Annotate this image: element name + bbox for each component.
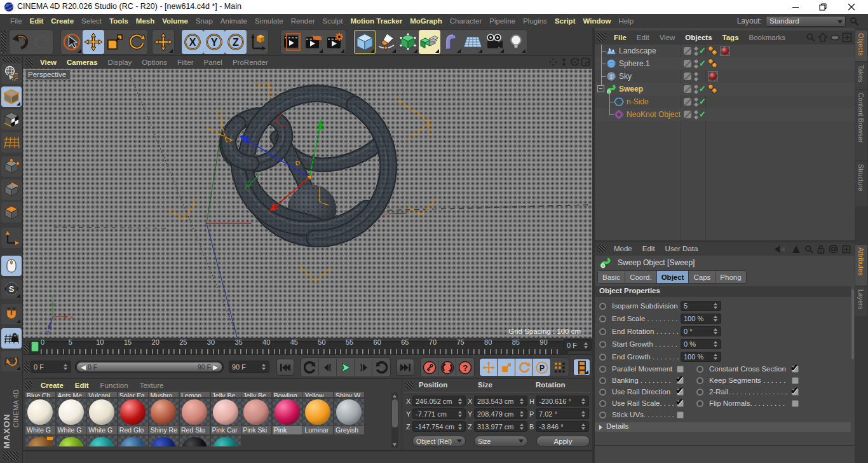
material-preview[interactable] <box>241 399 271 425</box>
layer-toggle[interactable] <box>684 85 691 93</box>
om-menu-item[interactable]: Bookmarks <box>744 34 791 41</box>
material-preview[interactable] <box>25 399 55 425</box>
menu-item[interactable]: Select <box>78 14 105 28</box>
palette-grip[interactable] <box>3 57 19 62</box>
search-commands-icon[interactable] <box>850 17 859 26</box>
material-grip[interactable] <box>25 381 32 389</box>
checkbox[interactable] <box>677 377 684 384</box>
toolbar-grip[interactable] <box>1 31 6 53</box>
pan-view-icon[interactable] <box>548 57 558 67</box>
material-preview[interactable] <box>180 399 210 425</box>
last-used-tool[interactable] <box>153 30 174 54</box>
checkbox[interactable] <box>792 400 799 407</box>
object-row-nside[interactable]: n-Side ✓ <box>595 95 855 108</box>
material-name[interactable]: Greyish <box>334 426 364 434</box>
keying-settings-button[interactable] <box>551 359 569 376</box>
move-tool[interactable] <box>83 30 104 54</box>
add-cube-button[interactable] <box>354 30 376 54</box>
zoom-view-icon[interactable] <box>559 57 569 67</box>
checkbox[interactable] <box>792 377 799 384</box>
rotation-b-field[interactable]: -3.846 ° <box>536 421 589 432</box>
keyframe-dot[interactable] <box>696 389 703 396</box>
restore-button[interactable] <box>813 0 832 14</box>
menu-item[interactable]: Create <box>47 14 78 28</box>
material-name[interactable]: White G <box>87 426 117 434</box>
material-tile[interactable]: Red Slu <box>180 399 210 434</box>
scroll-down-icon[interactable] <box>393 443 397 446</box>
render-view-button[interactable] <box>281 30 302 54</box>
texture-mode-button[interactable] <box>1 109 22 130</box>
menu-item[interactable]: Help <box>614 14 637 28</box>
keyframe-dot[interactable] <box>599 303 606 310</box>
menu-item[interactable]: Animate <box>217 14 251 28</box>
render-visibility-dot[interactable] <box>694 115 698 120</box>
editor-visibility-dot[interactable] <box>694 85 698 89</box>
material-label[interactable]: Blue Ch <box>25 392 55 397</box>
menu-item[interactable]: Volume <box>158 14 192 28</box>
enabled-check[interactable]: ✓ <box>699 59 706 68</box>
material-scrollbar[interactable] <box>391 392 398 448</box>
viewport-menu-item[interactable]: Panel <box>199 59 227 66</box>
position-x-field[interactable]: 246.052 cm <box>412 396 466 406</box>
material-name[interactable]: Red Glo <box>118 426 148 434</box>
tab-content-browser[interactable]: Content Browser <box>855 90 867 160</box>
rotate-tool[interactable] <box>126 30 147 54</box>
editor-visibility-dot[interactable] <box>694 59 698 64</box>
viewport-view-label[interactable]: Perspective <box>26 70 70 79</box>
menu-item[interactable]: Script <box>551 14 580 28</box>
coords-mode-dropdown[interactable]: Object (Rel) <box>412 436 466 446</box>
start-frame-field[interactable]: 0 F <box>31 361 71 373</box>
material-label[interactable]: Jelly Be <box>241 392 271 397</box>
material-tile[interactable]: Shiny Re <box>149 399 179 434</box>
material-tile[interactable]: White G <box>57 399 86 434</box>
am-grip[interactable] <box>597 245 606 253</box>
material-label[interactable]: Lemon <box>180 392 210 397</box>
minimize-button[interactable] <box>786 0 805 14</box>
details-group[interactable]: Details <box>595 422 851 432</box>
material-label[interactable]: Ants Me <box>57 392 86 397</box>
keyframe-dot[interactable] <box>696 400 703 407</box>
material-name[interactable]: Red Slu <box>180 426 210 434</box>
menu-item[interactable]: File <box>6 14 26 28</box>
editor-visibility-dot[interactable] <box>694 46 698 51</box>
make-editable-button[interactable] <box>1 64 22 84</box>
size-x-field[interactable]: 283.543 cm <box>474 396 527 406</box>
size-z-field[interactable]: 313.977 cm <box>474 421 527 432</box>
frame-spinner-field[interactable]: 0 F <box>564 339 592 351</box>
coords-grip[interactable] <box>405 382 413 389</box>
material-tile[interactable]: Luminar <box>303 399 333 434</box>
material-scroll-thumb[interactable] <box>392 399 398 427</box>
goto-end-button[interactable] <box>397 359 414 376</box>
material-preview[interactable] <box>303 399 333 425</box>
am-search-icon[interactable] <box>804 245 813 254</box>
render-visibility-dot[interactable] <box>694 52 698 56</box>
close-button[interactable] <box>842 0 861 14</box>
scroll-up-icon[interactable] <box>393 394 397 397</box>
autokeying-button[interactable] <box>438 359 456 376</box>
redo-button[interactable] <box>31 30 53 54</box>
model-mode-button[interactable] <box>1 86 22 107</box>
keyframe-dot[interactable] <box>599 389 606 396</box>
material-preview[interactable] <box>25 436 55 446</box>
add-spline-pen-button[interactable] <box>376 30 397 54</box>
checkbox[interactable] <box>792 366 799 373</box>
coordinate-system-button[interactable] <box>247 30 268 54</box>
enabled-check[interactable]: ✓ <box>699 97 706 106</box>
keyframe-selection-button[interactable]: ? <box>456 359 474 376</box>
phong-tag[interactable] <box>712 88 717 93</box>
material-tile[interactable]: Pink Ski <box>241 399 271 434</box>
material-preview[interactable] <box>180 436 210 446</box>
goto-start-button[interactable] <box>276 359 294 376</box>
material-label[interactable]: Yellow <box>303 392 333 397</box>
object-name-neoknot[interactable]: NeoKnot Object <box>627 110 681 119</box>
viewport-canvas[interactable]: Y X Z Perspective Grid Spacing : 100 cm <box>23 69 592 338</box>
menu-item[interactable]: Snap <box>192 14 217 28</box>
object-row-neoknot[interactable]: NeoKnot Object ✓ <box>595 108 855 121</box>
om-eye-icon[interactable] <box>830 32 840 43</box>
scale-tool[interactable] <box>104 30 126 54</box>
texture-tag[interactable] <box>708 71 718 81</box>
keyframe-dot[interactable] <box>599 354 606 361</box>
play-backwards-button[interactable] <box>301 359 319 376</box>
attribute-value-field[interactable]: 100 % <box>681 314 721 324</box>
lock-workplane-button[interactable] <box>1 328 22 349</box>
